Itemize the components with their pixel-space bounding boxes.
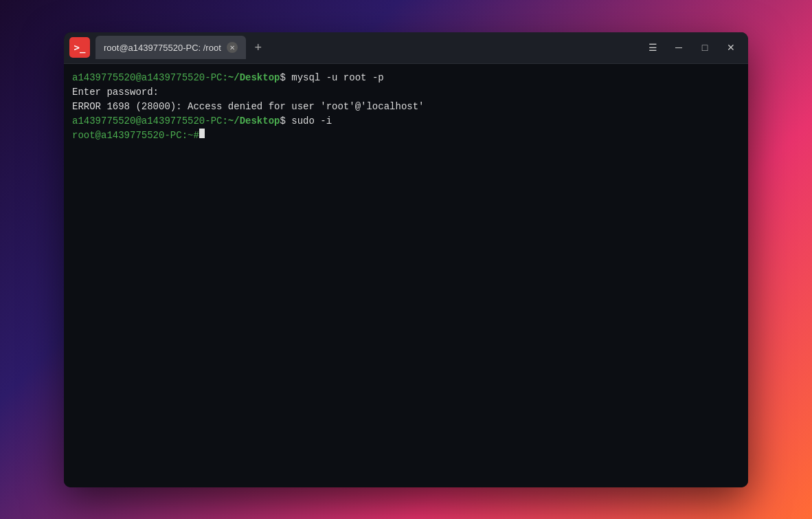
cmd-1: mysql -u root -p: [286, 71, 384, 85]
prompt-dollar-1: $: [280, 71, 285, 85]
terminal-line-1: a1439775520@a1439775520-PC:~/Desktop$ my…: [72, 71, 740, 85]
terminal-line-3: ERROR 1698 (28000): Access denied for us…: [72, 100, 740, 114]
titlebar: >_ root@a1439775520-PC: /root ✕ + ☰ ─ □ …: [64, 32, 748, 64]
titlebar-controls: ☰ ─ □ ✕: [641, 36, 743, 59]
terminal-line-4: a1439775520@a1439775520-PC:~/Desktop$ su…: [72, 114, 740, 129]
terminal-icon-symbol: >_: [74, 42, 86, 53]
add-tab-button[interactable]: +: [249, 38, 268, 57]
output-2: Enter password:: [72, 85, 159, 100]
output-3: ERROR 1698 (28000): Access denied for us…: [72, 100, 424, 114]
prompt-dollar-4: $: [280, 114, 285, 129]
terminal-line-5: root@a1439775520-PC:~#: [72, 129, 740, 143]
prompt-user-4: a1439775520@a1439775520-PC: [72, 114, 222, 129]
terminal-line-2: Enter password:: [72, 85, 740, 100]
active-tab[interactable]: root@a1439775520-PC: /root ✕: [95, 36, 246, 59]
cursor: [199, 129, 205, 138]
prompt-user-1: a1439775520@a1439775520-PC: [72, 71, 222, 85]
close-button[interactable]: ✕: [719, 36, 743, 59]
terminal-body[interactable]: a1439775520@a1439775520-PC:~/Desktop$ my…: [64, 64, 748, 487]
prompt-path-4: :~/Desktop: [222, 114, 280, 129]
cmd-4: sudo -i: [286, 114, 332, 129]
tab-close-button[interactable]: ✕: [227, 42, 238, 53]
root-prompt: root@a1439775520-PC:~#: [72, 129, 199, 143]
terminal-icon: >_: [69, 37, 90, 58]
tab-label: root@a1439775520-PC: /root: [104, 43, 221, 53]
terminal-window: >_ root@a1439775520-PC: /root ✕ + ☰ ─ □ …: [64, 32, 748, 487]
menu-button[interactable]: ☰: [641, 36, 664, 59]
prompt-path-1: :~/Desktop: [222, 71, 280, 85]
minimize-button[interactable]: ─: [667, 36, 690, 59]
maximize-button[interactable]: □: [693, 36, 717, 59]
